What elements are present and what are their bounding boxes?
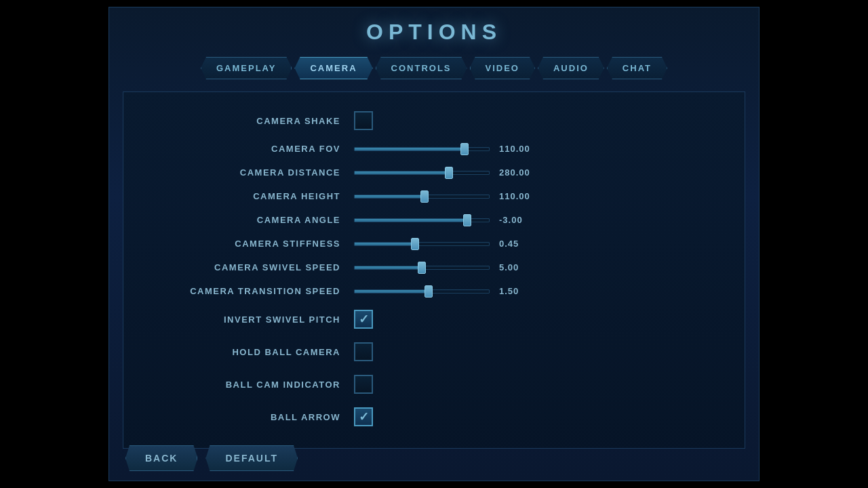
label-camera-stiffness: CAMERA STIFFNESS bbox=[151, 239, 340, 249]
default-button[interactable]: DEFAULT bbox=[205, 445, 298, 471]
slider-thumb-camera-stiffness[interactable] bbox=[411, 238, 419, 250]
value-camera-height: 110.00 bbox=[499, 191, 536, 201]
setting-row-camera-shake: CAMERA SHAKE bbox=[151, 106, 717, 136]
control-invert-swivel-pitch: ✓ bbox=[354, 310, 373, 329]
back-button[interactable]: BACK bbox=[125, 445, 197, 471]
checkmark-icon: ✓ bbox=[359, 312, 369, 327]
checkbox-ball-cam-indicator[interactable] bbox=[354, 375, 373, 394]
slider-thumb-camera-height[interactable] bbox=[420, 190, 429, 203]
slider-camera-height[interactable] bbox=[354, 195, 490, 199]
slider-camera-angle[interactable] bbox=[354, 218, 490, 222]
control-camera-angle: -3.00 bbox=[354, 215, 536, 225]
value-camera-swivel-speed: 5.00 bbox=[499, 262, 536, 272]
label-camera-angle: CAMERA ANGLE bbox=[151, 215, 340, 225]
label-ball-arrow: BALL ARROW bbox=[151, 412, 340, 422]
slider-fill-camera-distance bbox=[355, 171, 449, 174]
label-ball-cam-indicator: BALL CAM INDICATOR bbox=[151, 380, 340, 390]
control-camera-height: 110.00 bbox=[354, 191, 536, 201]
setting-row-camera-transition-speed: CAMERA TRANSITION SPEED 1.50 bbox=[151, 281, 717, 302]
label-camera-shake: CAMERA SHAKE bbox=[151, 116, 340, 126]
control-camera-distance: 280.00 bbox=[354, 167, 536, 178]
label-camera-distance: CAMERA DISTANCE bbox=[151, 167, 340, 178]
tab-camera[interactable]: CAMERA bbox=[294, 57, 372, 79]
label-camera-height: CAMERA HEIGHT bbox=[151, 191, 340, 201]
value-camera-fov: 110.00 bbox=[499, 144, 536, 154]
bottom-bar: BACK DEFAULT bbox=[109, 436, 759, 481]
setting-row-camera-swivel-speed: CAMERA SWIVEL SPEED 5.00 bbox=[151, 257, 717, 278]
page-title: OPTIONS bbox=[109, 7, 759, 52]
slider-fill-camera-stiffness bbox=[355, 243, 415, 245]
slider-thumb-camera-transition-speed[interactable] bbox=[425, 285, 433, 298]
slider-camera-swivel-speed[interactable] bbox=[354, 266, 490, 270]
setting-row-camera-angle: CAMERA ANGLE -3.00 bbox=[151, 209, 717, 230]
slider-thumb-camera-fov[interactable] bbox=[460, 143, 469, 155]
checkbox-hold-ball-camera[interactable] bbox=[354, 342, 373, 361]
slider-thumb-camera-swivel-speed[interactable] bbox=[418, 262, 426, 274]
options-panel: OPTIONS GAMEPLAY CAMERA CONTROLS VIDEO A… bbox=[108, 7, 760, 481]
slider-thumb-camera-angle[interactable] bbox=[463, 214, 471, 226]
setting-row-camera-stiffness: CAMERA STIFFNESS 0.45 bbox=[151, 233, 717, 254]
label-camera-transition-speed: CAMERA TRANSITION SPEED bbox=[151, 286, 340, 296]
slider-fill-camera-angle bbox=[355, 219, 467, 222]
value-camera-angle: -3.00 bbox=[499, 215, 536, 225]
tab-gameplay[interactable]: GAMEPLAY bbox=[201, 57, 292, 79]
control-camera-stiffness: 0.45 bbox=[354, 239, 536, 249]
setting-row-hold-ball-camera: HOLD BALL CAMERA bbox=[151, 337, 717, 367]
control-camera-swivel-speed: 5.00 bbox=[354, 262, 536, 272]
control-ball-cam-indicator bbox=[354, 375, 373, 394]
label-camera-fov: CAMERA FOV bbox=[151, 144, 340, 154]
checkmark-ball-arrow-icon: ✓ bbox=[359, 409, 369, 424]
setting-row-camera-fov: CAMERA FOV 110.00 bbox=[151, 138, 717, 159]
tab-controls[interactable]: CONTROLS bbox=[376, 57, 467, 79]
slider-fill-camera-fov bbox=[355, 148, 465, 150]
value-camera-distance: 280.00 bbox=[499, 167, 536, 178]
checkbox-camera-shake[interactable] bbox=[354, 111, 373, 130]
checkbox-invert-swivel-pitch[interactable]: ✓ bbox=[354, 310, 373, 329]
slider-thumb-camera-distance[interactable] bbox=[445, 167, 453, 179]
slider-fill-camera-swivel-speed bbox=[355, 266, 422, 269]
value-camera-stiffness: 0.45 bbox=[499, 239, 536, 249]
tab-chat[interactable]: CHAT bbox=[607, 57, 667, 79]
slider-fill-camera-transition-speed bbox=[355, 290, 429, 293]
setting-row-invert-swivel-pitch: INVERT SWIVEL PITCH ✓ bbox=[151, 304, 717, 334]
slider-fill-camera-height bbox=[355, 195, 425, 198]
setting-row-camera-height: CAMERA HEIGHT 110.00 bbox=[151, 186, 717, 207]
settings-content: CAMERA SHAKE CAMERA FOV 110.00 CAMERA DI… bbox=[123, 92, 745, 449]
setting-row-ball-cam-indicator: BALL CAM INDICATOR bbox=[151, 369, 717, 399]
label-camera-swivel-speed: CAMERA SWIVEL SPEED bbox=[151, 262, 340, 272]
control-ball-arrow: ✓ bbox=[354, 407, 373, 426]
setting-row-camera-distance: CAMERA DISTANCE 280.00 bbox=[151, 162, 717, 183]
label-hold-ball-camera: HOLD BALL CAMERA bbox=[151, 347, 340, 357]
value-camera-transition-speed: 1.50 bbox=[499, 286, 536, 296]
checkbox-ball-arrow[interactable]: ✓ bbox=[354, 407, 373, 426]
tab-audio[interactable]: AUDIO bbox=[538, 57, 604, 79]
control-camera-transition-speed: 1.50 bbox=[354, 286, 536, 296]
control-hold-ball-camera bbox=[354, 342, 373, 361]
control-camera-fov: 110.00 bbox=[354, 144, 536, 154]
slider-camera-transition-speed[interactable] bbox=[354, 289, 490, 293]
active-tab-indicator bbox=[327, 79, 340, 85]
slider-camera-stiffness[interactable] bbox=[354, 242, 490, 246]
label-invert-swivel-pitch: INVERT SWIVEL PITCH bbox=[151, 314, 340, 325]
slider-camera-distance[interactable] bbox=[354, 171, 490, 175]
tabs-bar: GAMEPLAY CAMERA CONTROLS VIDEO AUDIO CHA… bbox=[109, 52, 759, 79]
setting-row-ball-arrow: BALL ARROW ✓ bbox=[151, 402, 717, 432]
slider-camera-fov[interactable] bbox=[354, 147, 490, 151]
tab-video[interactable]: VIDEO bbox=[470, 57, 535, 79]
control-camera-shake bbox=[354, 111, 373, 130]
